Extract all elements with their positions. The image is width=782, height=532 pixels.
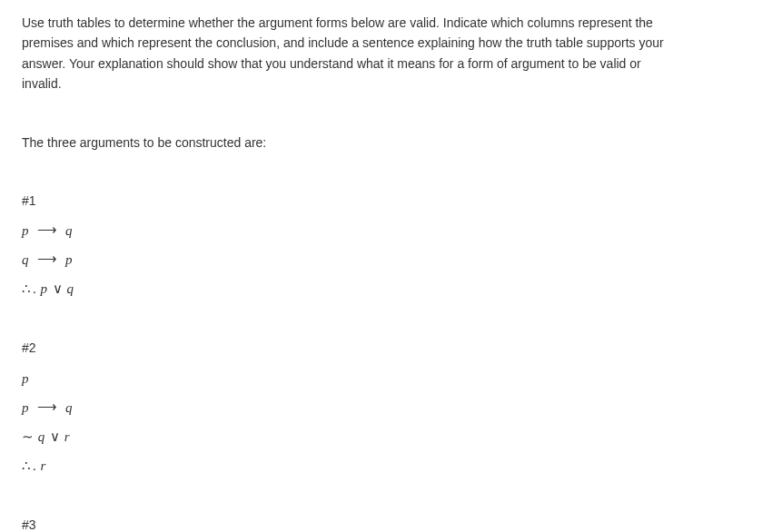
problem-2-line-2: p ⟶ q (22, 397, 760, 419)
variable-p: p (22, 371, 30, 386)
variable-q: q (65, 223, 74, 238)
problem-1-conclusion: ∴. p ∨ q (22, 278, 760, 300)
problem-1-line-2: q ⟶ p (22, 249, 760, 271)
problem-3: #3 p ∧ q ⟶∼ r p∨ ∼ q ∼ q ⟶ p ∴∼ r (22, 515, 760, 532)
variable-q: q (65, 400, 74, 415)
problem-1-line-1: p ⟶ q (22, 220, 760, 241)
period: . (33, 281, 36, 296)
problem-2-line-1: p (22, 368, 760, 389)
variable-q: q (67, 281, 75, 296)
variable-p: p (41, 281, 49, 296)
variable-r: r (41, 458, 47, 473)
problem-2: #2 p p ⟶ q ∼ q ∨ r ∴. r (22, 338, 760, 476)
arrow-icon: ⟶ (37, 248, 57, 270)
subheading-text: The three arguments to be constructed ar… (22, 133, 760, 153)
period: . (33, 458, 36, 473)
therefore-symbol: ∴ (22, 281, 31, 296)
variable-p: p (22, 223, 30, 238)
problem-3-label: #3 (22, 515, 760, 532)
problem-1: #1 p ⟶ q q ⟶ p ∴. p ∨ q (22, 191, 760, 300)
variable-q: q (38, 429, 46, 444)
variable-p: p (22, 400, 30, 415)
problem-2-label: #2 (22, 338, 760, 358)
arrow-icon: ⟶ (37, 396, 57, 418)
or-symbol: ∨ (53, 281, 63, 296)
variable-p: p (65, 252, 74, 267)
not-symbol: ∼ (22, 429, 34, 444)
therefore-symbol: ∴ (22, 458, 31, 473)
problem-2-line-3: ∼ q ∨ r (22, 426, 760, 448)
variable-q: q (22, 252, 30, 267)
variable-r: r (64, 429, 71, 444)
problem-1-label: #1 (22, 191, 760, 211)
or-symbol: ∨ (50, 429, 60, 444)
arrow-icon: ⟶ (37, 219, 57, 241)
instructions-text: Use truth tables to determine whether th… (22, 13, 676, 94)
problem-2-conclusion: ∴. r (22, 455, 760, 477)
